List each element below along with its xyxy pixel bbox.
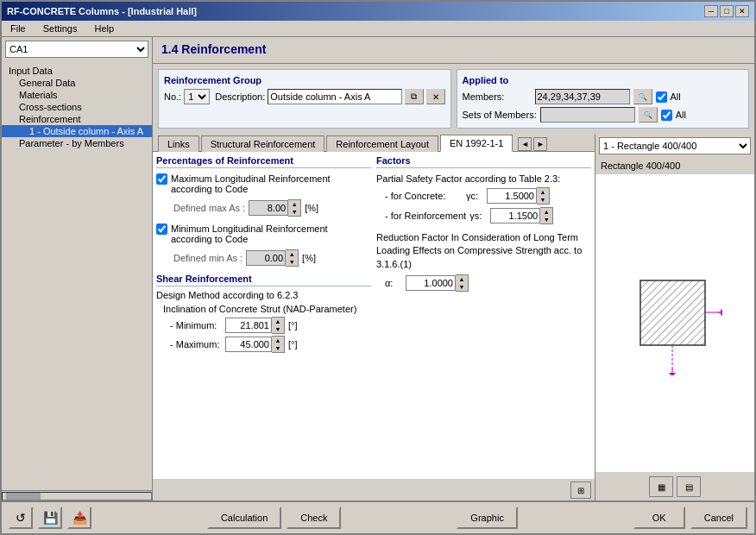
viz-bottom-btns: ▦ ▤ <box>595 472 754 500</box>
factors-column: Factors Partial Safety Factor according … <box>376 155 591 355</box>
tab-en1992[interactable]: EN 1992-1-1 <box>440 135 513 152</box>
check-button[interactable]: Check <box>287 507 341 529</box>
shear-max-input[interactable] <box>225 337 272 352</box>
max-defined-spin-up[interactable]: ▲ <box>288 200 300 208</box>
close-button[interactable]: ✕ <box>735 5 749 17</box>
reinforcement-group-box: Reinforcement Group No.: 1 Description: … <box>158 69 451 129</box>
shear-min-spin-down[interactable]: ▼ <box>272 325 284 333</box>
shear-min-input[interactable] <box>225 318 272 333</box>
refresh-button[interactable]: ↺ <box>9 507 33 529</box>
case-selector[interactable]: CA1 <box>5 41 148 58</box>
concrete-input[interactable] <box>487 188 537 204</box>
title-bar-controls: ─ □ ✕ <box>704 5 749 17</box>
shear-max-spin-down[interactable]: ▼ <box>272 344 284 352</box>
maximize-button[interactable]: □ <box>720 5 734 17</box>
shear-max-spinbox: ▲ ▼ <box>225 336 285 353</box>
graphic-button[interactable]: Graphic <box>457 507 518 529</box>
min-defined-spin-up[interactable]: ▲ <box>286 250 298 258</box>
max-long-row: Maximum Longitudinal Reinforcement accor… <box>156 173 371 194</box>
sets-input[interactable] <box>540 107 635 123</box>
menu-file[interactable]: File <box>5 22 31 35</box>
save-button[interactable]: 💾 <box>38 507 62 529</box>
viz-view1-button[interactable]: ▦ <box>649 476 673 497</box>
max-defined-input[interactable] <box>249 200 288 216</box>
tab-layout[interactable]: Reinforcement Layout <box>326 135 438 152</box>
cross-section-selector[interactable]: 1 - Rectangle 400/400 <box>599 137 751 154</box>
cancel-button[interactable]: Cancel <box>690 507 747 529</box>
sets-label: Sets of Members: <box>463 110 537 120</box>
sidebar-item-general-data[interactable]: General Data <box>2 77 152 89</box>
concrete-spin-down[interactable]: ▼ <box>537 196 549 204</box>
members-all-label: All <box>671 91 681 102</box>
tab-bottom-icons: ⊞ <box>153 479 595 500</box>
rg-no-field: No.: 1 <box>164 89 210 104</box>
rg-no-select[interactable]: 1 <box>184 89 210 104</box>
tab-next-button[interactable]: ► <box>533 137 547 151</box>
menu-settings[interactable]: Settings <box>38 22 83 35</box>
max-defined-label: Defined max As : <box>173 203 245 213</box>
max-long-check[interactable] <box>156 173 167 185</box>
ok-button[interactable]: OK <box>633 507 685 529</box>
members-all-check[interactable] <box>656 91 667 103</box>
shear-min-label: - Minimum: <box>170 320 222 330</box>
max-defined-row: Defined max As : ▲ ▼ [%] <box>173 199 371 217</box>
tab-nav: ◄ ► <box>518 137 547 151</box>
min-defined-spin-btns: ▲ ▼ <box>286 249 299 267</box>
cross-section-svg <box>627 272 722 375</box>
max-defined-spin-down[interactable]: ▼ <box>288 208 300 216</box>
sets-all-check[interactable] <box>661 110 672 121</box>
shear-title: Shear Reinforcement <box>156 274 371 286</box>
calculation-button[interactable]: Calculation <box>207 507 281 529</box>
concrete-spin-up[interactable]: ▲ <box>537 188 549 196</box>
sidebar-item-cross-sections[interactable]: Cross-sections <box>2 101 152 113</box>
reinf-input[interactable] <box>490 208 540 223</box>
shear-max-spin-up[interactable]: ▲ <box>272 337 284 344</box>
sidebar-item-input-data[interactable]: Input Data <box>2 65 152 77</box>
concrete-spinbox: ▲ ▼ <box>487 187 550 205</box>
tab-structural[interactable]: Structural Reinforcement <box>201 135 325 152</box>
sidebar-item-reinforcement[interactable]: Reinforcement <box>2 113 152 125</box>
menu-bar: File Settings Help <box>2 21 754 37</box>
rg-copy-button[interactable]: ⧉ <box>405 89 424 104</box>
reduction-input[interactable] <box>406 275 456 291</box>
reinf-spin-up[interactable]: ▲ <box>540 208 552 216</box>
export-button[interactable]: 📤 <box>67 507 91 529</box>
rg-delete-button[interactable]: ✕ <box>426 89 445 104</box>
sidebar-item-materials[interactable]: Materials <box>2 89 152 101</box>
sidebar-item-parameter[interactable]: Parameter - by Members <box>2 137 152 149</box>
menu-help[interactable]: Help <box>89 22 119 35</box>
bottom-bar: ↺ 💾 📤 Calculation Check Graphic OK Cance… <box>2 500 754 533</box>
minimize-button[interactable]: ─ <box>704 5 718 17</box>
members-input[interactable] <box>535 89 630 104</box>
table-view-button[interactable]: ⊞ <box>570 482 591 499</box>
tab-prev-button[interactable]: ◄ <box>518 137 532 151</box>
reduction-spin-up[interactable]: ▲ <box>456 275 468 283</box>
members-browse-button[interactable]: 🔍 <box>633 89 652 104</box>
min-defined-spin-down[interactable]: ▼ <box>286 258 298 266</box>
cross-section-canvas <box>595 174 754 472</box>
reduction-spinbox: ▲ ▼ <box>406 274 469 292</box>
sidebar-tree: Input Data General Data Materials Cross-… <box>2 61 152 490</box>
reinf-symbol: γs: <box>469 211 487 221</box>
sidebar-item-outside-column[interactable]: 1 - Outside column - Axis A <box>2 125 152 137</box>
reinf-label: - for Reinforcement <box>385 211 466 221</box>
sidebar-scrollbar[interactable] <box>2 490 152 500</box>
reinf-spin-down[interactable]: ▼ <box>540 216 552 223</box>
min-defined-spinbox: ▲ ▼ <box>246 249 299 267</box>
shear-min-spin-up[interactable]: ▲ <box>272 318 284 325</box>
rg-desc-input[interactable] <box>268 89 401 104</box>
min-long-check[interactable] <box>156 223 167 235</box>
sets-browse-button[interactable]: 🔍 <box>639 107 658 123</box>
reinf-spinbox: ▲ ▼ <box>490 207 553 224</box>
min-defined-input[interactable] <box>246 250 286 266</box>
min-unit-label: [%] <box>302 253 316 263</box>
tab-links[interactable]: Links <box>158 135 199 152</box>
members-label: Members: <box>463 91 532 102</box>
main-content: CA1 Input Data General Data Materials Cr… <box>2 37 754 500</box>
header-area: Reinforcement Group No.: 1 Description: … <box>153 64 754 134</box>
viz-view2-button[interactable]: ▤ <box>677 476 701 497</box>
max-long-label: Maximum Longitudinal Reinforcement accor… <box>171 173 371 194</box>
reduction-spin-down[interactable]: ▼ <box>456 283 468 291</box>
rg-no-label: No.: <box>164 91 181 102</box>
shear-method-label: Design Method according to 6.2.3 <box>156 290 371 300</box>
